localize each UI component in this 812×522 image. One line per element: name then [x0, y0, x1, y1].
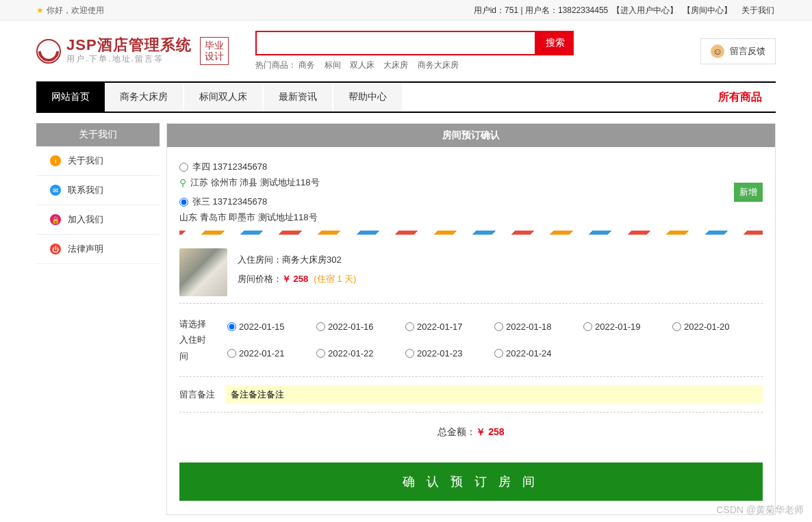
logo[interactable]: JSP酒店管理系统 用户.下单.地址.留言等 毕业 设计 [36, 37, 255, 65]
date-section: 请选择 入住时间 2022-01-152022-01-162022-01-172… [179, 304, 763, 377]
about-link[interactable]: 关于我们 [741, 5, 774, 15]
sidebar-header: 关于我们 [36, 123, 160, 146]
nights-text: (住宿 1 天) [314, 274, 356, 284]
content-header: 房间预订确认 [167, 124, 775, 147]
search-area: 搜索 热门商品： 商务 标间 双人床 大床房 商务大床房 [255, 31, 700, 71]
date-radio[interactable] [494, 322, 503, 331]
date-radio[interactable] [583, 322, 592, 331]
logo-title: JSP酒店管理系统 [66, 37, 192, 53]
sidebar-item-about[interactable]: i 关于我们 [36, 146, 160, 176]
hot-link[interactable]: 商务 [299, 60, 315, 70]
logo-subtitle: 用户.下单.地址.留言等 [66, 53, 192, 65]
date-label: 请选择 入住时间 [179, 316, 214, 364]
address-section: 李四 13712345678 ⚲ 江苏 徐州市 沛县 测试地址118号 张三 1… [179, 161, 763, 224]
hot-link[interactable]: 双人床 [350, 60, 375, 70]
date-option[interactable]: 2022-01-21 [227, 343, 316, 364]
star-icon: ★ [36, 5, 44, 15]
sidebar-item-join[interactable]: 🔒 加入我们 [36, 205, 160, 235]
address-radio-0[interactable] [179, 163, 188, 172]
date-option[interactable]: 2022-01-15 [227, 316, 316, 337]
date-option[interactable]: 2022-01-16 [316, 316, 405, 337]
search-input[interactable] [255, 31, 536, 55]
user-name: 用户名：13822334455 [525, 5, 608, 15]
user-center-link[interactable]: 【进入用户中心】 [612, 5, 678, 15]
date-text: 2022-01-19 [595, 322, 641, 332]
date-option[interactable]: 2022-01-18 [494, 316, 583, 337]
date-radio[interactable] [316, 322, 325, 331]
date-text: 2022-01-22 [328, 348, 374, 358]
total-value: ￥ 258 [476, 426, 504, 437]
nav-help[interactable]: 帮助中心 [333, 83, 402, 112]
address-detail: 山东 青岛市 即墨市 测试地址118号 [179, 211, 318, 224]
feedback-button[interactable]: ☺ 留言反馈 [700, 38, 776, 64]
date-option[interactable]: 2022-01-20 [672, 316, 761, 337]
support-icon: ☺ [711, 44, 724, 58]
remark-section: 留言备注 [179, 377, 763, 413]
search-button[interactable]: 搜索 [536, 31, 574, 55]
header: JSP酒店管理系统 用户.下单.地址.留言等 毕业 设计 搜索 热门商品： 商务… [36, 21, 776, 81]
room-label: 入住房间： [238, 255, 282, 265]
price-label: 房间价格： [238, 274, 282, 284]
room-info: 入住房间：商务大床房302 房间价格：￥ 258(住宿 1 天) [179, 242, 763, 304]
date-text: 2022-01-24 [506, 348, 552, 358]
date-text: 2022-01-18 [506, 322, 552, 332]
date-radio[interactable] [672, 322, 681, 331]
stripe-divider [179, 231, 763, 235]
address-name: 张三 13712345678 [192, 196, 267, 208]
date-option[interactable]: 2022-01-17 [405, 316, 494, 337]
sidebar-item-label: 关于我们 [68, 155, 103, 167]
date-text: 2022-01-17 [417, 322, 463, 332]
sidebar-item-label: 法律声明 [68, 243, 103, 255]
nav-all-products[interactable]: 所有商品 [718, 90, 776, 105]
main-nav: 网站首页 商务大床房 标间双人床 最新资讯 帮助中心 所有商品 [36, 81, 776, 113]
logo-badge: 毕业 设计 [200, 37, 229, 65]
address-name: 李四 13712345678 [192, 161, 267, 173]
room-center-link[interactable]: 【房间中心】 [683, 5, 732, 15]
remark-input[interactable] [225, 385, 763, 404]
nav-standard[interactable]: 标间双人床 [184, 83, 262, 112]
nav-news[interactable]: 最新资讯 [264, 83, 332, 112]
top-bar: ★你好，欢迎使用 用户id：751 | 用户名：13822334455 【进入用… [0, 0, 812, 21]
address-radio-1[interactable] [179, 198, 188, 207]
date-radio[interactable] [227, 349, 236, 358]
hot-link[interactable]: 商务大床房 [418, 60, 459, 70]
lock-icon: 🔒 [50, 214, 61, 225]
total-section: 总金额：￥ 258 [179, 413, 763, 452]
sidebar-item-contact[interactable]: ✉ 联系我们 [36, 176, 160, 205]
room-name: 商务大床房302 [282, 255, 342, 265]
date-radio[interactable] [227, 322, 236, 331]
info-icon: i [50, 155, 61, 166]
location-icon: ⚲ [179, 177, 186, 188]
hot-words: 热门商品： 商务 标间 双人床 大床房 商务大床房 [255, 60, 700, 71]
confirm-button[interactable]: 确 认 预 订 房 间 [179, 462, 763, 501]
power-icon: ⏻ [50, 244, 61, 255]
room-image [179, 248, 227, 296]
remark-label: 留言备注 [179, 389, 217, 401]
sidebar: 关于我们 i 关于我们 ✉ 联系我们 🔒 加入我们 ⏻ 法律声明 [36, 123, 160, 515]
date-radio[interactable] [405, 349, 414, 358]
user-id: 用户id：751 [474, 5, 518, 15]
date-radio[interactable] [405, 322, 414, 331]
mail-icon: ✉ [50, 185, 61, 196]
date-text: 2022-01-23 [417, 348, 463, 358]
welcome-text: ★你好，欢迎使用 [36, 0, 104, 21]
date-option[interactable]: 2022-01-23 [405, 343, 494, 364]
sidebar-item-label: 加入我们 [68, 213, 103, 226]
nav-business[interactable]: 商务大床房 [105, 83, 183, 112]
nav-home[interactable]: 网站首页 [36, 83, 105, 112]
total-label: 总金额： [437, 426, 476, 437]
date-radio[interactable] [494, 349, 503, 358]
date-text: 2022-01-16 [328, 322, 374, 332]
date-option[interactable]: 2022-01-22 [316, 343, 405, 364]
date-option[interactable]: 2022-01-19 [583, 316, 672, 337]
hot-link[interactable]: 标间 [325, 60, 341, 70]
date-radio[interactable] [316, 349, 325, 358]
add-address-button[interactable]: 新增 [734, 183, 763, 202]
watermark: CSDN @黄菊华老师 [716, 504, 804, 517]
sidebar-item-legal[interactable]: ⏻ 法律声明 [36, 235, 160, 264]
date-option[interactable]: 2022-01-24 [494, 343, 583, 364]
date-text: 2022-01-15 [239, 322, 285, 332]
hot-link[interactable]: 大床房 [383, 60, 408, 70]
date-text: 2022-01-20 [684, 322, 730, 332]
sidebar-item-label: 联系我们 [68, 184, 103, 196]
